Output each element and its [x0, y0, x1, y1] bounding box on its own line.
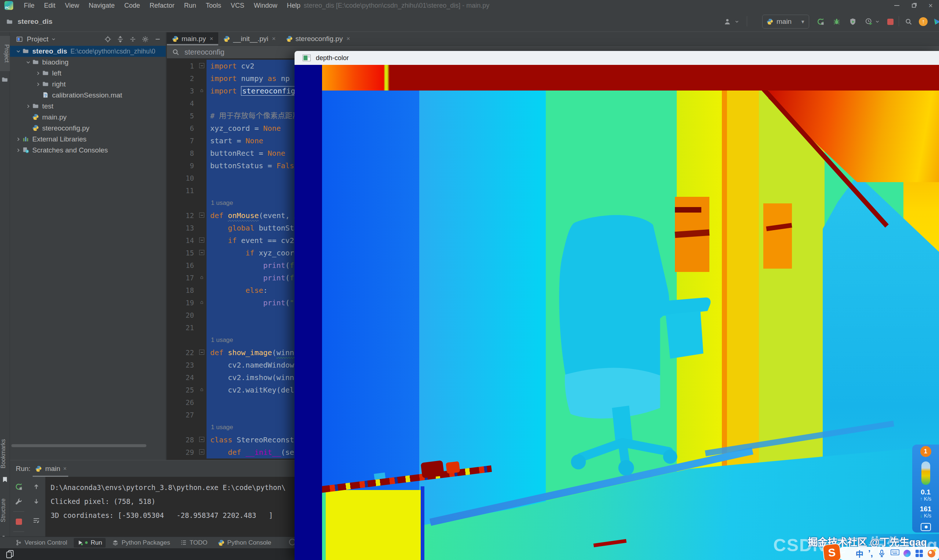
- chevron-down-icon[interactable]: [874, 16, 880, 27]
- ime-toolbar[interactable]: 中 ’,: [840, 547, 939, 560]
- user-icon[interactable]: [722, 16, 733, 27]
- close-icon[interactable]: ×: [63, 465, 66, 472]
- tree-item-external-libraries[interactable]: External Libraries: [10, 134, 166, 145]
- fold-icon[interactable]: −: [199, 350, 204, 355]
- chevron-down-icon[interactable]: [51, 34, 57, 45]
- tree-item-stereoconfig-py[interactable]: stereoconfig.py: [10, 123, 166, 134]
- menu-item-navigate[interactable]: Navigate: [84, 0, 120, 11]
- statusbar-item-todo[interactable]: TODO: [177, 538, 211, 548]
- breadcrumb[interactable]: stereo_dis: [5, 17, 52, 27]
- tree-item-left[interactable]: left: [10, 68, 166, 79]
- horizontal-scrollbar[interactable]: [11, 444, 146, 447]
- menu-item-edit[interactable]: Edit: [39, 0, 60, 11]
- run-coverage-button[interactable]: [847, 16, 858, 27]
- ime-menu-icon[interactable]: [916, 550, 923, 557]
- menu-item-help[interactable]: Help: [282, 0, 305, 11]
- close-icon[interactable]: ×: [272, 35, 276, 43]
- update-badge-icon[interactable]: ↑: [918, 16, 929, 27]
- fold-icon[interactable]: −: [199, 437, 204, 442]
- fold-end-icon[interactable]: ⌂: [199, 88, 204, 93]
- menu-item-run[interactable]: Run: [179, 0, 201, 11]
- stripe-bookmarks-tab[interactable]: Bookmarks: [0, 435, 10, 472]
- chevron-right-icon[interactable]: [34, 69, 42, 77]
- fold-icon[interactable]: −: [199, 212, 204, 218]
- notification-badge[interactable]: 1: [920, 446, 931, 457]
- depth-map-image[interactable]: [294, 65, 939, 560]
- menu-item-vcs[interactable]: VCS: [226, 0, 249, 11]
- menu-item-refactor[interactable]: Refactor: [145, 0, 179, 11]
- opencv-window-titlebar[interactable]: depth-color: [294, 51, 939, 65]
- stripe-structure-tab[interactable]: Structure: [0, 490, 10, 531]
- run-tab[interactable]: main ×: [31, 460, 71, 477]
- soft-wrap-icon[interactable]: [32, 515, 41, 525]
- chevron-right-icon[interactable]: [34, 80, 42, 88]
- chevron-right-icon[interactable]: [24, 102, 32, 110]
- fold-icon[interactable]: −: [199, 63, 204, 68]
- statusbar-item-run[interactable]: Run: [74, 538, 106, 548]
- ime-skin-icon[interactable]: [904, 550, 911, 557]
- statusbar-item-version-control[interactable]: Version Control: [12, 538, 71, 548]
- run-config-selector[interactable]: main ▼: [762, 15, 809, 29]
- expand-all-icon[interactable]: [115, 34, 125, 45]
- tree-item-stereo-dis[interactable]: stereo_disE:\code\python\csdn_zhihu\0: [10, 46, 166, 57]
- fold-end-icon[interactable]: ⌂: [199, 387, 204, 392]
- tree-item-calibrationsession-mat[interactable]: ?calibrationSession.mat: [10, 90, 166, 101]
- close-icon[interactable]: ×: [210, 35, 213, 43]
- fold-icon[interactable]: −: [199, 449, 204, 454]
- menu-item-view[interactable]: View: [60, 0, 84, 11]
- locate-file-icon[interactable]: [103, 34, 113, 45]
- stop-button[interactable]: [14, 517, 23, 526]
- chevron-right-icon[interactable]: [14, 146, 22, 154]
- tree-item-scratches-and-consoles[interactable]: Scratches and Consoles: [10, 145, 166, 156]
- menu-item-window[interactable]: Window: [249, 0, 282, 11]
- ime-koi-icon[interactable]: [928, 550, 935, 557]
- tab-stereoconfig-py[interactable]: stereoconfig.py×: [281, 32, 355, 45]
- fold-icon[interactable]: −: [199, 237, 204, 243]
- tree-item-main-py[interactable]: main.py: [10, 112, 166, 123]
- profiler-button[interactable]: [863, 16, 874, 27]
- debug-button[interactable]: [831, 16, 842, 27]
- chevron-right-icon[interactable]: [14, 135, 22, 143]
- bookmark-icon[interactable]: [2, 477, 8, 483]
- tree-item-biaoding[interactable]: biaoding: [10, 57, 166, 68]
- statusbar-item-python-packages[interactable]: Python Packages: [109, 538, 174, 548]
- close-icon[interactable]: ×: [346, 35, 350, 43]
- microphone-icon[interactable]: [878, 549, 886, 557]
- ime-punctuation-icon[interactable]: ’,: [868, 552, 873, 555]
- settings-wrench-icon[interactable]: [14, 497, 23, 506]
- ide-plugin-logo-icon[interactable]: [932, 16, 939, 27]
- camera-icon[interactable]: [920, 523, 931, 531]
- menu-item-tools[interactable]: Tools: [201, 0, 226, 11]
- stop-button[interactable]: [885, 16, 896, 27]
- down-stack-icon[interactable]: [32, 497, 41, 506]
- fold-end-icon[interactable]: ⌂: [199, 300, 204, 305]
- folder-icon[interactable]: [2, 76, 8, 83]
- keyboard-icon[interactable]: [891, 549, 899, 557]
- up-stack-icon[interactable]: [32, 482, 41, 491]
- tab-main-py[interactable]: main.py×: [167, 32, 218, 45]
- run-button[interactable]: [815, 16, 826, 27]
- fold-end-icon[interactable]: ⌂: [199, 275, 204, 280]
- stripe-project-tab[interactable]: Project: [0, 36, 10, 71]
- search-everywhere-icon[interactable]: [903, 16, 914, 27]
- collapse-all-icon[interactable]: [128, 34, 138, 45]
- fold-icon[interactable]: −: [199, 250, 204, 255]
- minimize-button[interactable]: [888, 0, 905, 11]
- menu-item-code[interactable]: Code: [120, 0, 145, 11]
- sogou-input-icon[interactable]: S: [823, 544, 841, 560]
- project-panel-title[interactable]: Project: [27, 35, 48, 43]
- chevron-down-icon[interactable]: [14, 47, 22, 55]
- search-input[interactable]: stereoconfig: [185, 48, 225, 57]
- taskbar-app-icon[interactable]: [5, 549, 15, 559]
- tree-item-test[interactable]: test: [10, 101, 166, 112]
- rerun-button[interactable]: [14, 482, 23, 491]
- ime-mode-label[interactable]: 中: [856, 548, 863, 559]
- tab---init---pyi[interactable]: __init__.pyi×: [218, 32, 281, 45]
- statusbar-item-python-console[interactable]: Python Console: [214, 538, 275, 548]
- restore-button[interactable]: [905, 0, 922, 11]
- chevron-down-icon[interactable]: [24, 58, 32, 66]
- net-speed-widget[interactable]: 1 0.1 ↑ K/s 161 ↓ K/s: [912, 445, 939, 532]
- tree-item-right[interactable]: right: [10, 79, 166, 90]
- gear-icon[interactable]: [140, 34, 150, 45]
- menu-item-file[interactable]: File: [19, 0, 39, 11]
